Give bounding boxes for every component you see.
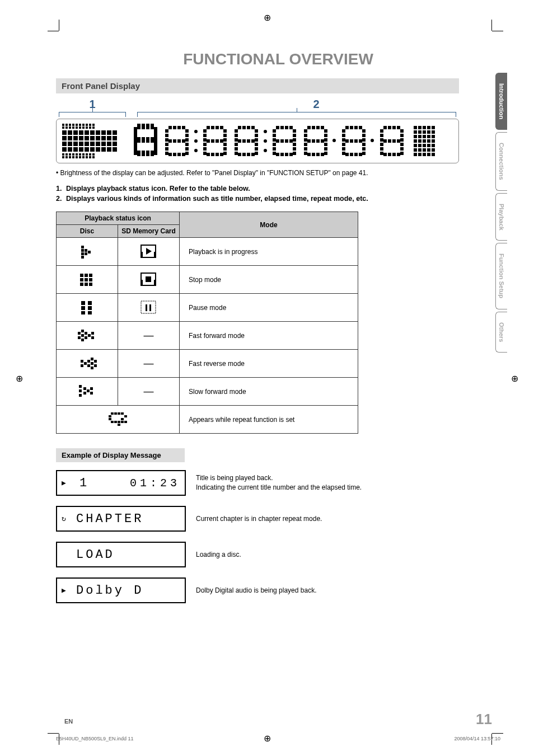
mode-desc: Fast reverse mode xyxy=(180,350,358,378)
svg-rect-81 xyxy=(423,153,426,156)
svg-rect-134 xyxy=(94,364,97,367)
svg-rect-55 xyxy=(418,130,421,134)
list-item-2: 2.Displays various kinds of information … xyxy=(56,195,459,203)
svg-rect-77 xyxy=(427,148,430,152)
svg-rect-132 xyxy=(91,336,94,339)
pause-icon xyxy=(57,294,118,322)
callout-2: 2 xyxy=(129,98,459,112)
dash: — xyxy=(118,350,180,378)
svg-rect-157 xyxy=(124,415,127,417)
svg-rect-164 xyxy=(124,421,127,423)
svg-rect-143 xyxy=(79,385,82,388)
tab-introduction[interactable]: Introduction xyxy=(495,73,507,130)
svg-rect-86 xyxy=(85,249,87,252)
svg-rect-62 xyxy=(427,135,430,138)
example-heading: Example of Display Message xyxy=(56,448,185,462)
svg-rect-120 xyxy=(141,301,156,313)
status-icon-table: Playback status icon Mode Disc SD Memory… xyxy=(56,212,358,434)
crop-mark xyxy=(492,733,503,734)
stop-icon xyxy=(57,266,118,294)
example-row: ▶ Dolby D Dolby Digital audio is being p… xyxy=(56,577,500,603)
svg-rect-127 xyxy=(81,339,84,341)
bracket xyxy=(137,112,456,118)
svg-point-47 xyxy=(332,139,336,142)
svg-rect-141 xyxy=(81,360,83,363)
svg-rect-76 xyxy=(423,148,426,152)
svg-rect-90 xyxy=(81,256,84,259)
crop-mark xyxy=(48,733,59,734)
tab-others[interactable]: Others xyxy=(495,312,507,353)
svg-rect-15 xyxy=(90,130,95,135)
svg-rect-154 xyxy=(121,412,124,415)
slow-forward-icon xyxy=(57,378,118,406)
crop-mark xyxy=(59,20,59,31)
svg-rect-95 xyxy=(140,252,143,258)
svg-rect-122 xyxy=(149,304,151,311)
svg-rect-117 xyxy=(88,306,92,310)
svg-rect-52 xyxy=(427,126,430,129)
svg-rect-69 xyxy=(414,144,417,147)
table-row: — Fast reverse mode xyxy=(57,350,358,378)
example-desc: Loading a disc. xyxy=(196,550,241,560)
table-row: Appears while repeat function is set xyxy=(57,406,358,434)
sd-pause-icon xyxy=(118,294,180,322)
svg-rect-49 xyxy=(414,126,417,129)
svg-rect-160 xyxy=(118,421,120,423)
play-icon: ▶ xyxy=(62,586,72,595)
mode-desc: Stop mode xyxy=(180,266,358,294)
svg-rect-4 xyxy=(76,124,78,126)
svg-rect-109 xyxy=(140,273,142,280)
svg-rect-7 xyxy=(86,124,88,126)
dash: — xyxy=(118,378,180,406)
lcd-title-num: 1 xyxy=(72,476,89,490)
svg-rect-159 xyxy=(114,421,117,423)
mode-desc: Appears while repeat function is set xyxy=(180,406,358,434)
svg-rect-54 xyxy=(414,130,417,134)
registration-mark-icon: ⊕ xyxy=(511,373,518,383)
svg-rect-92 xyxy=(140,257,156,258)
svg-rect-73 xyxy=(432,144,435,147)
table-row: — Slow forward mode xyxy=(57,378,358,406)
example-desc: Current chapter is in chapter repeat mod… xyxy=(196,514,322,524)
example-row: ▶ 1 01:23 Title is being played back. In… xyxy=(56,470,500,496)
lcd-display: ▶ 1 01:23 xyxy=(56,470,186,496)
svg-rect-153 xyxy=(118,412,120,415)
example-desc: Title is being played back. Indicating t… xyxy=(196,473,362,492)
svg-rect-66 xyxy=(423,139,426,143)
crop-mark xyxy=(491,20,492,31)
svg-rect-133 xyxy=(94,360,97,363)
svg-rect-93 xyxy=(140,245,142,252)
svg-rect-58 xyxy=(432,130,435,134)
svg-rect-10 xyxy=(62,130,67,135)
svg-rect-106 xyxy=(89,283,92,286)
footer-filename: E5H40UD_NB500SL9_EN.indd 11 xyxy=(56,736,134,741)
tab-function-setup[interactable]: Function Setup xyxy=(495,243,507,309)
table-header-sd: SD Memory Card xyxy=(118,225,180,238)
tab-playback[interactable]: Playback xyxy=(495,193,507,241)
table-row: Playback is in progress xyxy=(57,238,358,266)
fast-reverse-icon xyxy=(57,350,118,378)
svg-rect-96 xyxy=(154,252,156,258)
svg-rect-64 xyxy=(414,139,417,143)
svg-rect-71 xyxy=(423,144,426,147)
svg-rect-72 xyxy=(427,144,430,147)
svg-rect-75 xyxy=(418,148,421,152)
svg-rect-99 xyxy=(85,274,88,277)
page-number: 11 xyxy=(476,711,492,728)
svg-rect-8 xyxy=(89,124,91,126)
svg-rect-17 xyxy=(101,130,106,135)
play-icon: ▶ xyxy=(62,478,72,487)
svg-rect-150 xyxy=(90,392,93,395)
lcd-display: ▶ Dolby D xyxy=(56,577,186,603)
dash: — xyxy=(118,322,180,350)
tab-connections[interactable]: Connections xyxy=(495,132,507,191)
registration-mark-icon: ⊕ xyxy=(16,373,23,383)
svg-rect-121 xyxy=(146,304,147,311)
svg-rect-108 xyxy=(140,285,156,286)
svg-rect-110 xyxy=(155,273,156,280)
svg-rect-61 xyxy=(423,135,426,138)
svg-rect-2 xyxy=(69,124,71,126)
svg-rect-98 xyxy=(80,274,83,277)
svg-rect-56 xyxy=(423,130,426,134)
svg-rect-67 xyxy=(427,139,430,143)
